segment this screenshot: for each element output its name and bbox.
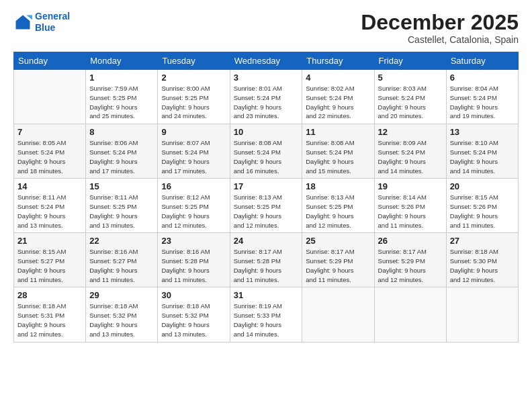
day-info: Sunrise: 8:16 AMSunset: 5:27 PMDaylight:… [89,247,154,284]
day-number: 15 [89,181,154,191]
day-number: 6 [450,73,515,83]
calendar-week-row: 7Sunrise: 8:05 AMSunset: 5:24 PMDaylight… [14,124,519,179]
day-info: Sunrise: 8:00 AMSunset: 5:25 PMDaylight:… [161,84,226,121]
calendar-cell: 6Sunrise: 8:04 AMSunset: 5:24 PMDaylight… [446,70,518,124]
calendar-cell: 28Sunrise: 8:18 AMSunset: 5:31 PMDayligh… [14,287,86,342]
day-number: 21 [17,236,82,246]
calendar-cell: 17Sunrise: 8:13 AMSunset: 5:25 PMDayligh… [230,179,302,233]
calendar-week-row: 28Sunrise: 8:18 AMSunset: 5:31 PMDayligh… [14,287,519,342]
calendar-cell: 13Sunrise: 8:10 AMSunset: 5:24 PMDayligh… [446,124,518,179]
logo-icon [13,13,32,32]
day-info: Sunrise: 8:17 AMSunset: 5:28 PMDaylight:… [234,247,299,284]
day-number: 1 [89,73,154,83]
weekday-header: Wednesday [230,52,302,70]
month-year: December 2025 [361,11,519,34]
calendar-cell: 4Sunrise: 8:02 AMSunset: 5:24 PMDaylight… [302,70,374,124]
weekday-header: Tuesday [158,52,230,70]
day-info: Sunrise: 8:08 AMSunset: 5:24 PMDaylight:… [234,138,299,175]
day-number: 19 [378,181,443,191]
calendar-week-row: 1Sunrise: 7:59 AMSunset: 5:25 PMDaylight… [14,70,519,124]
day-info: Sunrise: 8:11 AMSunset: 5:25 PMDaylight:… [89,193,154,230]
day-number: 28 [17,290,82,300]
calendar-cell: 12Sunrise: 8:09 AMSunset: 5:24 PMDayligh… [374,124,446,179]
calendar-cell: 27Sunrise: 8:18 AMSunset: 5:30 PMDayligh… [446,233,518,287]
calendar-cell: 21Sunrise: 8:15 AMSunset: 5:27 PMDayligh… [14,233,86,287]
calendar-cell: 31Sunrise: 8:19 AMSunset: 5:33 PMDayligh… [230,287,302,342]
day-number: 24 [234,236,299,246]
day-info: Sunrise: 8:02 AMSunset: 5:24 PMDaylight:… [306,84,370,121]
calendar-cell: 24Sunrise: 8:17 AMSunset: 5:28 PMDayligh… [230,233,302,287]
day-info: Sunrise: 8:15 AMSunset: 5:26 PMDaylight:… [450,193,515,230]
day-info: Sunrise: 8:18 AMSunset: 5:31 PMDaylight:… [17,302,82,338]
calendar-cell: 7Sunrise: 8:05 AMSunset: 5:24 PMDaylight… [14,124,86,179]
day-number: 4 [306,73,370,83]
calendar-cell: 14Sunrise: 8:11 AMSunset: 5:24 PMDayligh… [14,179,86,233]
day-number: 31 [234,290,299,300]
day-number: 5 [378,73,443,83]
day-info: Sunrise: 8:18 AMSunset: 5:30 PMDaylight:… [450,247,515,284]
day-info: Sunrise: 8:09 AMSunset: 5:24 PMDaylight:… [378,138,443,175]
calendar-cell: 10Sunrise: 8:08 AMSunset: 5:24 PMDayligh… [230,124,302,179]
calendar-week-row: 14Sunrise: 8:11 AMSunset: 5:24 PMDayligh… [14,179,519,233]
weekday-header: Saturday [446,52,518,70]
day-info: Sunrise: 8:13 AMSunset: 5:25 PMDaylight:… [306,193,370,230]
calendar-cell: 16Sunrise: 8:12 AMSunset: 5:25 PMDayligh… [158,179,230,233]
calendar-cell: 22Sunrise: 8:16 AMSunset: 5:27 PMDayligh… [86,233,158,287]
calendar-cell [14,70,86,124]
calendar-week-row: 21Sunrise: 8:15 AMSunset: 5:27 PMDayligh… [14,233,519,287]
day-info: Sunrise: 8:08 AMSunset: 5:24 PMDaylight:… [306,138,370,175]
title-block: December 2025 Castellet, Catalonia, Spai… [361,11,519,45]
day-number: 17 [234,181,299,191]
weekday-header: Sunday [14,52,86,70]
day-number: 27 [450,236,515,246]
day-info: Sunrise: 8:06 AMSunset: 5:24 PMDaylight:… [89,138,154,175]
day-info: Sunrise: 8:19 AMSunset: 5:33 PMDaylight:… [234,302,299,338]
day-number: 25 [306,236,370,246]
svg-marker-0 [16,15,30,29]
day-number: 30 [161,290,226,300]
day-info: Sunrise: 8:17 AMSunset: 5:29 PMDaylight:… [306,247,370,284]
calendar-cell: 2Sunrise: 8:00 AMSunset: 5:25 PMDaylight… [158,70,230,124]
day-info: Sunrise: 8:13 AMSunset: 5:25 PMDaylight:… [234,193,299,230]
day-number: 2 [161,73,226,83]
header: General Blue December 2025 Castellet, Ca… [13,11,519,45]
day-number: 23 [161,236,226,246]
calendar-cell: 26Sunrise: 8:17 AMSunset: 5:29 PMDayligh… [374,233,446,287]
calendar-cell: 19Sunrise: 8:14 AMSunset: 5:26 PMDayligh… [374,179,446,233]
calendar-cell: 9Sunrise: 8:07 AMSunset: 5:24 PMDaylight… [158,124,230,179]
day-number: 14 [17,181,82,191]
logo-general: General [35,11,70,21]
logo: General Blue [13,11,70,34]
day-number: 18 [306,181,370,191]
weekday-header: Monday [86,52,158,70]
day-number: 16 [161,181,226,191]
calendar-cell: 3Sunrise: 8:01 AMSunset: 5:24 PMDaylight… [230,70,302,124]
calendar-cell: 1Sunrise: 7:59 AMSunset: 5:25 PMDaylight… [86,70,158,124]
logo-text: General Blue [35,11,70,34]
day-info: Sunrise: 8:16 AMSunset: 5:28 PMDaylight:… [161,247,226,284]
location: Castellet, Catalonia, Spain [361,34,519,45]
day-number: 29 [89,290,154,300]
calendar-cell [302,287,374,342]
day-info: Sunrise: 8:18 AMSunset: 5:32 PMDaylight:… [161,302,226,338]
logo-blue: Blue [35,22,55,33]
calendar-cell [374,287,446,342]
day-info: Sunrise: 8:11 AMSunset: 5:24 PMDaylight:… [17,193,82,230]
calendar-header-row: SundayMondayTuesdayWednesdayThursdayFrid… [14,52,519,70]
day-info: Sunrise: 7:59 AMSunset: 5:25 PMDaylight:… [89,84,154,121]
calendar-cell: 5Sunrise: 8:03 AMSunset: 5:24 PMDaylight… [374,70,446,124]
day-number: 11 [306,127,370,137]
calendar-cell: 25Sunrise: 8:17 AMSunset: 5:29 PMDayligh… [302,233,374,287]
weekday-header: Friday [374,52,446,70]
day-number: 10 [234,127,299,137]
weekday-header: Thursday [302,52,374,70]
calendar-cell: 8Sunrise: 8:06 AMSunset: 5:24 PMDaylight… [86,124,158,179]
calendar-cell: 23Sunrise: 8:16 AMSunset: 5:28 PMDayligh… [158,233,230,287]
calendar-cell: 11Sunrise: 8:08 AMSunset: 5:24 PMDayligh… [302,124,374,179]
day-info: Sunrise: 8:05 AMSunset: 5:24 PMDaylight:… [17,138,82,175]
day-info: Sunrise: 8:15 AMSunset: 5:27 PMDaylight:… [17,247,82,284]
day-info: Sunrise: 8:03 AMSunset: 5:24 PMDaylight:… [378,84,443,121]
day-number: 8 [89,127,154,137]
calendar-cell: 18Sunrise: 8:13 AMSunset: 5:25 PMDayligh… [302,179,374,233]
day-number: 3 [234,73,299,83]
